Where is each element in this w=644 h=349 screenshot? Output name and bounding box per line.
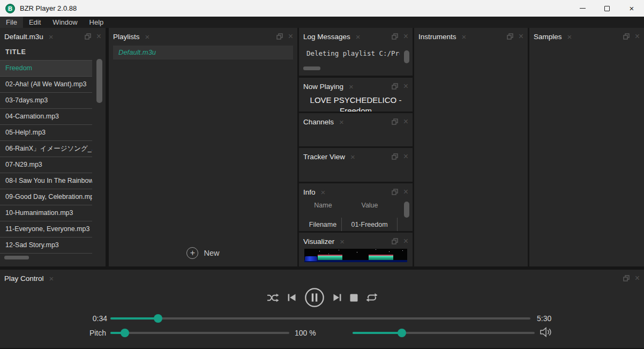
minimize-icon	[580, 8, 586, 9]
undock-icon[interactable]	[392, 189, 398, 195]
info-column-name[interactable]: Name	[304, 202, 342, 209]
track-row[interactable]: 02-Aha! (All We Want).mp3	[0, 77, 92, 93]
tab-close-icon[interactable]: ×	[339, 117, 344, 127]
minimize-button[interactable]	[570, 0, 595, 17]
volume-slider[interactable]	[353, 332, 535, 334]
tab-close-icon[interactable]: ×	[145, 32, 150, 41]
pause-button[interactable]	[304, 287, 325, 308]
track-row[interactable]: 08-I Saw You In The Rainbow.mp3	[0, 173, 92, 189]
panel-close-icon[interactable]: ×	[635, 273, 640, 283]
previous-button[interactable]	[287, 293, 296, 302]
stop-button[interactable]	[350, 294, 358, 302]
panel-close-icon[interactable]: ×	[403, 32, 408, 41]
new-playlist-button[interactable]: + New	[109, 245, 297, 261]
panel-header: Instruments × ×	[414, 28, 528, 43]
panel-visualizer: Visualizer × ×	[299, 233, 413, 266]
horizontal-scrollbar[interactable]	[303, 66, 320, 70]
tab-close-icon[interactable]: ×	[350, 152, 355, 161]
panel-close-icon[interactable]: ×	[403, 81, 408, 91]
maximize-button[interactable]	[595, 0, 619, 17]
track-row[interactable]: 06-RainX」イメージソング_.mp3	[0, 141, 92, 157]
track-row[interactable]: 10-Humanimation.mp3	[0, 205, 92, 221]
column-header-title[interactable]: TITLE	[0, 43, 92, 61]
track-row[interactable]: 04-Carnation.mp3	[0, 109, 92, 125]
tab-close-icon[interactable]: ×	[567, 32, 572, 41]
tab-close-icon[interactable]: ×	[356, 32, 361, 41]
track-row[interactable]: Freedom	[0, 61, 92, 77]
panel-header: Samples × ×	[529, 28, 644, 43]
menu-edit[interactable]: Edit	[23, 17, 47, 28]
track-row[interactable]: 12-Sad Story.mp3	[0, 237, 92, 254]
pitch-slider-handle[interactable]	[121, 329, 129, 337]
vertical-scrollbar[interactable]	[96, 59, 102, 103]
track-row[interactable]: 09-Good Day, Celebration.mp3	[0, 189, 92, 205]
panel-title: Tracker View	[303, 153, 345, 161]
undock-icon[interactable]	[392, 33, 398, 40]
tab-close-icon[interactable]: ×	[321, 188, 326, 197]
close-icon: ×	[630, 4, 634, 12]
panel-channels: Channels × ×	[299, 113, 413, 146]
tab-close-icon[interactable]: ×	[49, 274, 54, 283]
vertical-scrollbar[interactable]	[404, 202, 409, 218]
seek-slider-handle[interactable]	[154, 314, 162, 323]
horizontal-scrollbar[interactable]	[4, 256, 29, 259]
info-row: Filename 01-Freedom	[304, 217, 398, 231]
panel-title: Log Messages	[303, 33, 350, 41]
undock-icon[interactable]	[392, 83, 398, 90]
track-row[interactable]: 11-Everyone, Everyone.mp3	[0, 221, 92, 237]
panel-play-control: Play Control × ×	[0, 270, 644, 348]
panel-close-icon[interactable]: ×	[288, 32, 293, 41]
panel-title: Playlists	[113, 33, 140, 41]
panel-close-icon[interactable]: ×	[96, 32, 101, 41]
panel-close-icon[interactable]: ×	[403, 152, 408, 161]
panel-playlists: Playlists × × Default.m3u + New	[109, 28, 297, 266]
seek-slider[interactable]	[110, 317, 530, 320]
shuffle-button[interactable]	[267, 293, 279, 302]
panel-close-icon[interactable]: ×	[403, 236, 408, 246]
volume-icon[interactable]	[540, 327, 553, 337]
panel-close-icon[interactable]: ×	[519, 32, 523, 41]
menubar: File Edit Window Help	[0, 17, 644, 28]
undock-icon[interactable]	[623, 33, 630, 40]
panel-close-icon[interactable]: ×	[403, 187, 408, 197]
track-row[interactable]: 05-Help!.mp3	[0, 125, 92, 141]
panel-title: Now Playing	[303, 83, 343, 91]
window-controls: ×	[570, 0, 644, 17]
new-playlist-label: New	[204, 249, 219, 257]
elapsed-time: 0:34	[85, 314, 107, 323]
undock-icon[interactable]	[623, 275, 630, 281]
track-row[interactable]: 07-N29.mp3	[0, 157, 92, 173]
visualizer-canvas	[304, 249, 407, 262]
tab-close-icon[interactable]: ×	[462, 32, 467, 41]
undock-icon[interactable]	[392, 153, 398, 160]
tab-close-icon[interactable]: ×	[49, 32, 54, 41]
playlist-item[interactable]: Default.m3u	[113, 46, 293, 60]
tab-close-icon[interactable]: ×	[340, 237, 345, 246]
pitch-slider[interactable]	[110, 332, 289, 334]
panel-close-icon[interactable]: ×	[403, 117, 408, 127]
visualizer-baseline	[304, 260, 407, 262]
panel-header: Playlists × ×	[109, 28, 297, 43]
panel-playlist-document: Default.m3u × × TITLE Freedom 02-Aha! (A…	[0, 28, 106, 266]
undock-icon[interactable]	[276, 33, 283, 40]
menu-file[interactable]: File	[0, 17, 23, 28]
undock-icon[interactable]	[507, 33, 513, 40]
close-window-button[interactable]: ×	[619, 0, 644, 17]
undock-icon[interactable]	[392, 118, 398, 125]
next-button[interactable]	[333, 293, 342, 302]
volume-slider-handle[interactable]	[398, 329, 406, 337]
tab-close-icon[interactable]: ×	[349, 82, 354, 91]
undock-icon[interactable]	[392, 238, 398, 244]
window-title: BZR Player 2.0.88	[20, 4, 77, 12]
panel-header: Play Control × ×	[0, 270, 644, 285]
menu-window[interactable]: Window	[47, 17, 83, 28]
titlebar: B BZR Player 2.0.88 ×	[0, 0, 644, 17]
panel-header: Now Playing × ×	[299, 78, 413, 93]
repeat-button[interactable]	[366, 293, 378, 302]
panel-close-icon[interactable]: ×	[635, 32, 640, 41]
track-row[interactable]: 03-7days.mp3	[0, 93, 92, 109]
vertical-scrollbar[interactable]	[404, 50, 409, 63]
undock-icon[interactable]	[85, 33, 91, 40]
menu-help[interactable]: Help	[84, 17, 110, 28]
info-column-value[interactable]: Value	[342, 202, 398, 209]
